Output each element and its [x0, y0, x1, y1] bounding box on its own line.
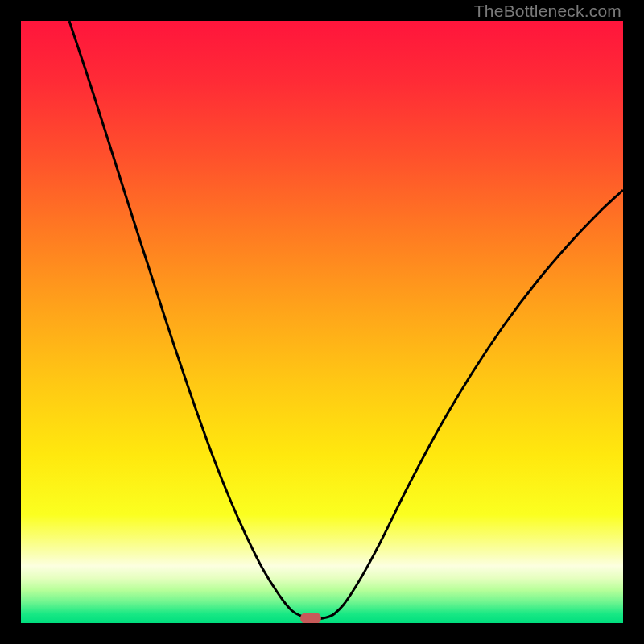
watermark-text: TheBottleneck.com — [474, 2, 621, 21]
optimal-marker — [300, 613, 321, 623]
bottleneck-curve — [69, 21, 623, 619]
outer-frame: TheBottleneck.com — [0, 0, 644, 644]
curve-layer — [21, 21, 623, 623]
plot-area — [21, 21, 623, 623]
